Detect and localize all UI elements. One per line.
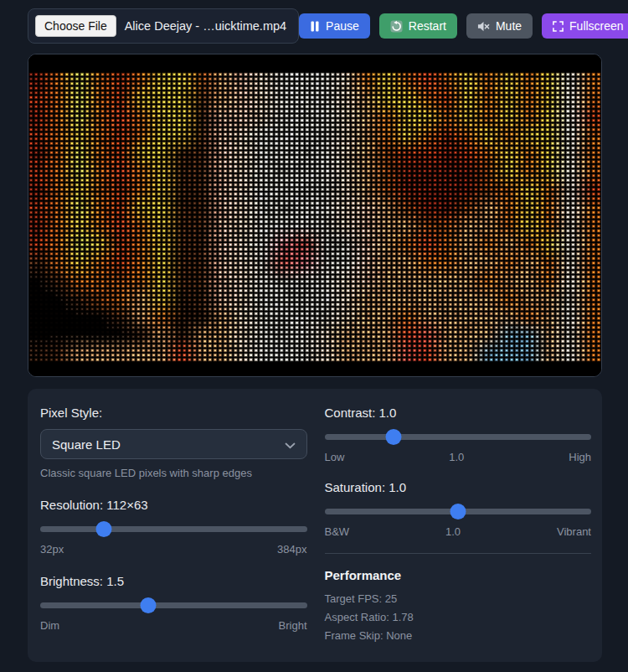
contrast-label: Contrast: 1.0: [325, 406, 592, 420]
file-name-label: Alice Deejay - …uicktime.mp4: [125, 19, 286, 33]
contrast-slider[interactable]: [325, 429, 592, 445]
frame-skip-stat: Frame Skip: None: [325, 629, 592, 642]
controls-left-column: Pixel Style: Square LED Classic square L…: [40, 406, 307, 642]
pixel-style-select[interactable]: Square LED: [40, 429, 307, 459]
contrast-slider-thumb[interactable]: [386, 429, 402, 445]
video-display-frame: [28, 54, 602, 377]
performance-section: Performance Target FPS: 25 Aspect Ratio:…: [325, 553, 592, 642]
contrast-max-label: High: [569, 451, 591, 463]
pixel-style-label: Pixel Style:: [40, 406, 307, 420]
brightness-max-label: Bright: [279, 619, 307, 632]
fullscreen-button[interactable]: Fullscreen: [542, 13, 628, 39]
brightness-slider-thumb[interactable]: [140, 597, 156, 613]
aspect-ratio-stat: Aspect Ratio: 1.78: [325, 611, 592, 623]
restart-button[interactable]: Restart: [379, 13, 457, 39]
resolution-min-label: 32px: [40, 543, 64, 556]
brightness-range-labels: Dim Bright: [40, 619, 307, 632]
restart-icon: [390, 20, 403, 33]
saturation-min-label: B&W: [325, 525, 350, 538]
contrast-slider-track[interactable]: [325, 434, 592, 440]
brightness-label: Brightness: 1.5: [40, 574, 307, 588]
contrast-range-labels: Low 1.0 High: [325, 451, 592, 463]
resolution-max-label: 384px: [277, 543, 306, 556]
controls-panel: Pixel Style: Square LED Classic square L…: [28, 389, 602, 662]
brightness-min-label: Dim: [40, 619, 59, 632]
brightness-slider[interactable]: [40, 597, 307, 613]
led-video-canvas: [28, 54, 601, 376]
saturation-max-label: Vibrant: [557, 525, 591, 538]
saturation-mid-label: 1.0: [445, 525, 461, 538]
resolution-label: Resolution: 112×63: [40, 498, 307, 512]
performance-title: Performance: [325, 568, 592, 582]
mute-button[interactable]: Mute: [466, 13, 533, 39]
resolution-slider-thumb[interactable]: [96, 521, 112, 537]
saturation-range-labels: B&W 1.0 Vibrant: [325, 525, 592, 538]
chevron-down-icon: [285, 437, 296, 452]
mute-speaker-icon: [477, 20, 490, 33]
contrast-min-label: Low: [325, 451, 345, 463]
resolution-slider[interactable]: [40, 521, 307, 537]
file-picker: Choose File Alice Deejay - …uicktime.mp4: [28, 8, 299, 44]
target-fps-stat: Target FPS: 25: [325, 592, 592, 605]
contrast-mid-label: 1.0: [449, 451, 464, 463]
pixel-style-description: Classic square LED pixels with sharp edg…: [40, 467, 307, 479]
performance-stats: Target FPS: 25 Aspect Ratio: 1.78 Frame …: [325, 592, 592, 642]
pause-button[interactable]: Pause: [299, 13, 370, 39]
saturation-slider-thumb[interactable]: [450, 504, 466, 520]
led-video-app: Choose File Alice Deejay - …uicktime.mp4…: [0, 0, 628, 662]
choose-file-button[interactable]: Choose File: [35, 15, 116, 37]
fullscreen-icon: [553, 21, 564, 32]
pause-icon: [310, 21, 320, 32]
playback-buttons: Pause Restart Mute Fullscreen: [299, 13, 628, 39]
pixel-style-selected-value: Square LED: [52, 437, 121, 452]
resolution-slider-track[interactable]: [40, 526, 307, 532]
brightness-slider-track[interactable]: [40, 602, 307, 608]
saturation-label: Saturation: 1.0: [325, 480, 592, 494]
saturation-slider[interactable]: [325, 504, 592, 520]
controls-right-column: Contrast: 1.0 Low 1.0 High Saturation: 1…: [325, 406, 592, 642]
resolution-range-labels: 32px 384px: [40, 543, 307, 556]
top-bar: Choose File Alice Deejay - …uicktime.mp4…: [28, 8, 602, 44]
